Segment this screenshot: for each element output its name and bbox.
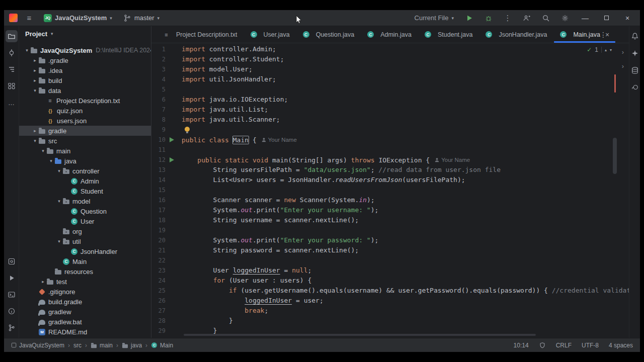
breadcrumb-main[interactable]: main bbox=[91, 342, 113, 349]
tree-item-jsonhandler[interactable]: CJsonHandler bbox=[19, 246, 151, 256]
code-line-23[interactable]: 23 User loggedInUser = null; bbox=[151, 265, 629, 276]
line-number[interactable]: 13 bbox=[151, 165, 166, 175]
line-number[interactable]: 2 bbox=[151, 54, 166, 64]
run-tool-icon[interactable] bbox=[6, 272, 18, 284]
plugins-tool-icon[interactable] bbox=[6, 80, 18, 92]
tree-item-controller[interactable]: ▾controller bbox=[19, 166, 151, 176]
structure-tool-icon[interactable] bbox=[6, 63, 18, 75]
code-editor[interactable]: 1import controller.Admin;2import control… bbox=[151, 43, 629, 338]
intention-bulb-icon[interactable] bbox=[185, 127, 190, 132]
line-number[interactable]: 15 bbox=[151, 185, 166, 195]
line-number[interactable]: 12 bbox=[151, 155, 166, 165]
line-number[interactable]: 4 bbox=[151, 74, 166, 84]
status-shield-icon[interactable] bbox=[539, 342, 546, 349]
line-number[interactable]: 5 bbox=[151, 84, 166, 95]
code-line-1[interactable]: 1import controller.Admin; bbox=[151, 44, 629, 54]
breadcrumb-java[interactable]: java bbox=[122, 342, 142, 349]
tree-item-student[interactable]: CStudent bbox=[19, 186, 151, 196]
more-tools-icon[interactable]: … bbox=[6, 97, 18, 109]
code-line-10[interactable]: 10public class Main {Your Name bbox=[151, 135, 629, 145]
editor-horizontal-scrollbar[interactable] bbox=[184, 334, 536, 336]
tree-item-resources[interactable]: resources bbox=[19, 266, 151, 277]
tree-item-gradlew[interactable]: gradlew bbox=[19, 307, 151, 317]
next-problem-icon[interactable]: ▾ bbox=[610, 48, 612, 52]
gradle-tool-icon[interactable] bbox=[629, 81, 641, 94]
tree-item-main[interactable]: CMain bbox=[19, 256, 151, 266]
line-number[interactable]: 9 bbox=[151, 125, 166, 135]
tree-item-users-json[interactable]: {}users.json bbox=[19, 116, 151, 126]
inspections-widget[interactable]: ✓ 1 ▴ ▾ bbox=[587, 46, 612, 53]
run-line-icon[interactable] bbox=[170, 137, 174, 142]
code-line-22[interactable]: 22 bbox=[151, 255, 629, 265]
tree-item-test[interactable]: ▸test bbox=[19, 277, 151, 287]
chevron-expanded-icon[interactable]: ▾ bbox=[31, 88, 39, 93]
line-number[interactable]: 25 bbox=[151, 286, 166, 296]
code-line-8[interactable]: 8import java.util.Scanner; bbox=[151, 115, 629, 125]
tree-item-user[interactable]: CUser bbox=[19, 216, 151, 226]
line-number[interactable]: 28 bbox=[151, 316, 166, 326]
code-line-13[interactable]: 13 String usersFilePath = "data/users.js… bbox=[151, 165, 629, 175]
line-number[interactable]: 23 bbox=[151, 265, 166, 276]
line-number[interactable]: 27 bbox=[151, 306, 166, 316]
tree-item-main[interactable]: ▾main bbox=[19, 146, 151, 156]
file-encoding[interactable]: UTF-8 bbox=[582, 342, 599, 349]
close-button[interactable]: × bbox=[620, 12, 635, 25]
problems-tool-icon[interactable] bbox=[6, 305, 18, 317]
tree-item-build[interactable]: ▸build bbox=[19, 75, 151, 85]
chevron-collapsed-icon[interactable]: ▸ bbox=[31, 58, 39, 63]
code-line-20[interactable]: 20 System.out.print("Enter your password… bbox=[151, 235, 629, 245]
line-number[interactable]: 7 bbox=[151, 105, 166, 115]
line-number[interactable]: 16 bbox=[151, 195, 166, 205]
tree-item-java[interactable]: ▾java bbox=[19, 156, 151, 166]
minimize-button[interactable]: — bbox=[578, 12, 593, 25]
editor-tab-student-java[interactable]: CStudent.java bbox=[418, 26, 479, 43]
line-number[interactable]: 20 bbox=[151, 235, 166, 245]
run-configuration-selector[interactable]: Current File ▾ bbox=[412, 13, 457, 23]
chevron-collapsed-icon[interactable]: ▸ bbox=[31, 128, 39, 133]
line-number[interactable]: 14 bbox=[151, 175, 166, 185]
chevron-expanded-icon[interactable]: ▾ bbox=[55, 199, 63, 204]
line-separator[interactable]: CRLF bbox=[556, 342, 572, 349]
notifications-icon[interactable] bbox=[629, 30, 641, 42]
tree-item-util[interactable]: ▾util bbox=[19, 236, 151, 246]
tree-item-question[interactable]: CQuestion bbox=[19, 206, 151, 216]
line-number[interactable]: 18 bbox=[151, 215, 166, 225]
commit-tool-icon[interactable] bbox=[6, 47, 18, 59]
tree-item-org[interactable]: org bbox=[19, 226, 151, 236]
line-number[interactable]: 21 bbox=[151, 245, 166, 255]
terminal-tool-icon[interactable] bbox=[6, 289, 18, 301]
tree-item-build-gradle[interactable]: build.gradle bbox=[19, 297, 151, 307]
code-line-2[interactable]: 2import controller.Student; bbox=[151, 54, 629, 64]
run-line-icon[interactable] bbox=[170, 157, 174, 162]
editor-tab-jsonhandler-java[interactable]: CJsonHandler.java bbox=[479, 26, 553, 43]
tree-item-data[interactable]: ▾data bbox=[19, 85, 151, 96]
ai-assistant-icon[interactable] bbox=[629, 47, 641, 59]
line-number[interactable]: 24 bbox=[151, 276, 166, 286]
tree-item-admin[interactable]: CAdmin bbox=[19, 176, 151, 186]
line-number[interactable]: 3 bbox=[151, 64, 166, 74]
tree-item-gitignore[interactable]: .gitignore bbox=[19, 287, 151, 297]
chevron-down-icon[interactable]: ▾ bbox=[51, 31, 53, 36]
tree-item-model[interactable]: ▾model bbox=[19, 196, 151, 206]
search-everywhere-icon[interactable] bbox=[539, 12, 552, 25]
chevron-collapsed-icon[interactable]: ▸ bbox=[39, 279, 47, 284]
line-number[interactable]: 6 bbox=[151, 95, 166, 105]
editor-tab-project-description-txt[interactable]: ≡Project Description.txt bbox=[156, 26, 244, 43]
chevron-expanded-icon[interactable]: ▾ bbox=[23, 48, 31, 53]
breadcrumb-src[interactable]: src bbox=[73, 342, 82, 349]
code-line-12[interactable]: 12 public static void main(String[] args… bbox=[151, 155, 629, 165]
services-tool-icon[interactable] bbox=[6, 255, 18, 267]
chevron-collapsed-icon[interactable]: ▸ bbox=[31, 78, 39, 83]
tree-item-gradle[interactable]: ▸.gradle bbox=[19, 55, 151, 65]
code-line-5[interactable]: 5 bbox=[151, 84, 629, 95]
chevron-collapsed-icon[interactable]: ▸ bbox=[31, 68, 39, 73]
code-line-4[interactable]: 4import util.JsonHandler; bbox=[151, 74, 629, 84]
run-button[interactable] bbox=[463, 12, 476, 25]
code-line-25[interactable]: 25 if (user.getUsername().equals(usernam… bbox=[151, 286, 629, 296]
prev-problem-icon[interactable]: ▴ bbox=[605, 48, 607, 52]
more-actions-icon[interactable]: ⋮ bbox=[501, 12, 514, 25]
maximize-button[interactable] bbox=[599, 12, 614, 25]
tree-item-quiz-json[interactable]: {}quiz.json bbox=[19, 106, 151, 116]
collapse-right-panel-icon[interactable]: › bbox=[622, 48, 624, 56]
code-line-28[interactable]: 28 } bbox=[151, 316, 629, 326]
